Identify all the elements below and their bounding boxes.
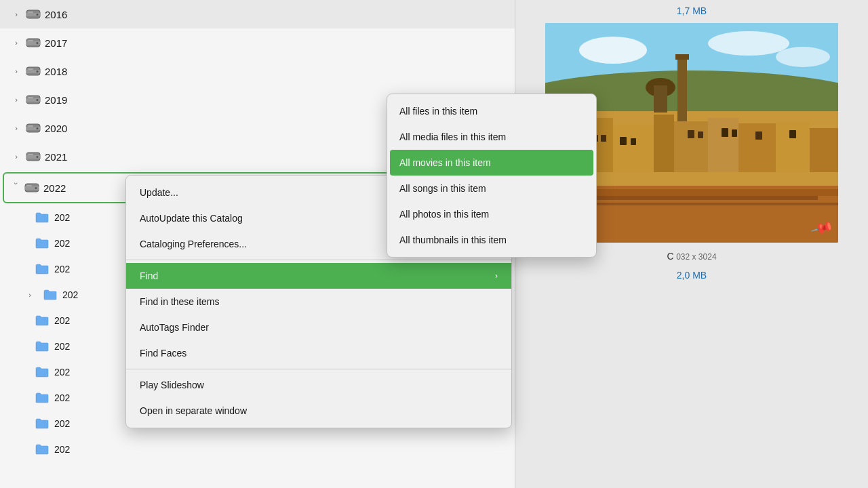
folder-icon: [35, 238, 49, 249]
menu-separator: [126, 369, 511, 369]
svg-point-31: [776, 47, 830, 67]
folder-icon: [35, 392, 49, 403]
chevron-right-icon: ›: [11, 123, 22, 134]
svg-rect-55: [688, 130, 694, 138]
submenu-arrow-icon: ›: [495, 271, 498, 281]
menu-item-label: Update...: [140, 187, 178, 198]
folder-icon: [35, 315, 49, 326]
svg-rect-15: [28, 97, 33, 98]
tree-item-label: 2018: [45, 66, 67, 77]
svg-rect-27: [26, 185, 32, 186]
sub-item-label: 202: [54, 315, 70, 326]
tree-item-label: 2022: [43, 182, 66, 194]
chevron-right-icon: ›: [11, 94, 22, 105]
svg-rect-59: [755, 131, 762, 140]
svg-rect-57: [722, 128, 728, 137]
submenu-item-all-thumbnails[interactable]: All thumbnails in this item: [387, 227, 596, 253]
find-submenu: All files in this item All media files i…: [387, 94, 597, 258]
folder-icon: [35, 444, 49, 455]
svg-point-2: [37, 14, 39, 16]
menu-item-label: AutoTags Finder: [140, 322, 209, 333]
svg-point-26: [35, 187, 37, 189]
tree-item-2017[interactable]: › 2017: [0, 28, 515, 57]
menu-item-separate[interactable]: Open in separate window: [126, 398, 511, 424]
svg-rect-52: [601, 135, 606, 142]
file-size-bottom: 2,0 MB: [515, 267, 868, 283]
submenu-item-label: All media files in this item: [399, 131, 506, 142]
svg-point-22: [37, 156, 39, 158]
tree-item-2016[interactable]: › 2016: [0, 0, 515, 28]
sub-item-label: 202: [54, 238, 70, 249]
svg-rect-54: [631, 138, 636, 145]
menu-item-find[interactable]: Find ›: [126, 263, 511, 289]
sub-item-label: 202: [54, 418, 70, 429]
submenu-item-all-media[interactable]: All media files in this item: [387, 124, 596, 150]
submenu-item-label: All songs in this item: [399, 183, 486, 194]
tree-item-label: 2016: [45, 9, 67, 20]
folder-icon: [35, 367, 49, 378]
svg-point-29: [579, 37, 647, 64]
submenu-item-label: All photos in this item: [399, 209, 489, 220]
menu-item-slideshow[interactable]: Play Slideshow: [126, 372, 511, 398]
svg-point-10: [37, 70, 39, 73]
svg-rect-45: [810, 128, 838, 172]
menu-item-autotags[interactable]: AutoTags Finder: [126, 314, 511, 340]
svg-rect-7: [28, 40, 33, 41]
sub-item-label: 202: [54, 392, 70, 403]
folder-icon: [35, 264, 49, 274]
folder-icon: [43, 289, 57, 300]
submenu-item-all-songs[interactable]: All songs in this item: [387, 176, 596, 201]
hdd-icon: [26, 150, 41, 163]
folder-icon: [35, 341, 49, 352]
svg-rect-49: [566, 196, 818, 200]
chevron-down-icon: ›: [9, 182, 20, 193]
list-item[interactable]: 202: [0, 436, 515, 462]
chevron-right-icon: ›: [11, 151, 22, 162]
svg-rect-56: [698, 131, 703, 138]
menu-item-find-in[interactable]: Find in these items: [126, 289, 511, 314]
svg-rect-41: [674, 121, 708, 172]
hdd-icon: [26, 8, 41, 20]
tree-item-2018[interactable]: › 2018: [0, 57, 515, 85]
submenu-item-all-photos[interactable]: All photos in this item: [387, 201, 596, 227]
tree-item-label: 2017: [45, 37, 67, 49]
menu-item-label: Open in separate window: [140, 405, 247, 416]
tree-item-label: 2021: [45, 151, 67, 163]
svg-rect-39: [613, 125, 654, 172]
svg-point-18: [37, 127, 39, 129]
hdd-icon: [26, 37, 41, 49]
chevron-right-icon: ›: [11, 66, 22, 77]
submenu-item-label: All thumbnails in this item: [399, 235, 507, 245]
menu-item-faces[interactable]: Find Faces: [126, 340, 511, 366]
submenu-item-all-files[interactable]: All files in this item: [387, 98, 596, 124]
sub-item-label: 202: [54, 212, 70, 223]
chevron-right-icon: ›: [11, 37, 22, 48]
menu-item-label: Find Faces: [140, 348, 186, 359]
chevron-right-icon: ›: [24, 289, 35, 300]
svg-rect-3: [28, 12, 33, 13]
hdd-icon: [26, 94, 41, 106]
tree-item-label: 2020: [45, 123, 67, 134]
svg-rect-35: [675, 54, 689, 60]
svg-rect-60: [789, 130, 796, 138]
svg-rect-42: [708, 118, 738, 172]
hdd-icon: [24, 182, 39, 194]
svg-point-6: [37, 42, 39, 44]
submenu-item-label: All files in this item: [399, 106, 477, 117]
sub-item-label: 202: [54, 341, 70, 352]
svg-rect-37: [654, 85, 667, 113]
menu-item-label: AutoUpdate this Catalog: [140, 213, 243, 224]
filename: C: [667, 251, 673, 262]
sub-item-label: 202: [62, 289, 78, 300]
submenu-item-all-movies[interactable]: All movies in this item: [390, 150, 593, 176]
svg-rect-19: [28, 125, 33, 127]
tree-item-label: 2019: [45, 94, 67, 106]
svg-point-14: [37, 99, 39, 101]
svg-rect-53: [620, 137, 627, 145]
svg-rect-43: [738, 123, 776, 172]
menu-item-label: Cataloging Preferences...: [140, 239, 247, 249]
sub-item-label: 202: [54, 444, 70, 455]
svg-rect-58: [732, 129, 737, 137]
svg-rect-23: [28, 154, 33, 155]
svg-rect-40: [654, 115, 674, 172]
